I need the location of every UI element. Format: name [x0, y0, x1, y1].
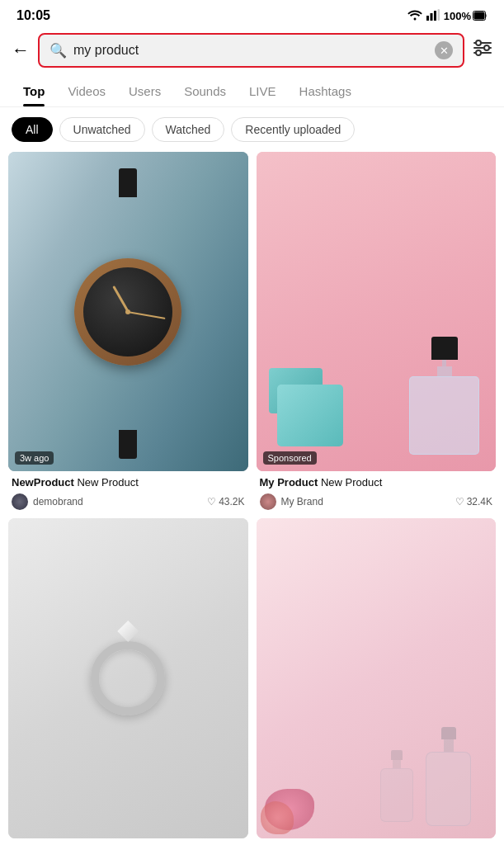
video-card-3[interactable]	[8, 518, 248, 845]
tab-users[interactable]: Users	[117, 76, 172, 106]
video-card-2[interactable]: Sponsored My Product New Product My Bran…	[257, 152, 497, 510]
video-info-1: NewProduct New Product demobrand ♡ 43.2K	[8, 476, 248, 510]
battery-icon: 100%	[444, 10, 488, 22]
status-bar: 10:05 100%	[0, 0, 504, 28]
heart-icon-2: ♡	[455, 496, 464, 507]
video-thumb-3[interactable]	[8, 518, 248, 838]
video-grid: 3w ago NewProduct New Product demobrand …	[0, 152, 504, 845]
svg-point-9	[476, 40, 481, 45]
video-meta-2: My Brand ♡ 32.4K	[260, 493, 493, 510]
filter-button[interactable]	[473, 39, 492, 62]
tabs-row: Top Videos Users Sounds LIVE Hashtags	[0, 76, 504, 107]
video-title-2: My Product New Product	[260, 476, 493, 490]
svg-rect-1	[430, 13, 432, 21]
svg-rect-3	[437, 9, 440, 21]
filter-recently-uploaded[interactable]: Recently uploaded	[231, 117, 355, 142]
video-meta-1: demobrand ♡ 43.2K	[12, 493, 245, 510]
heart-icon-1: ♡	[207, 496, 216, 507]
filter-all[interactable]: All	[12, 117, 53, 142]
channel-name-2: My Brand	[281, 496, 323, 507]
svg-point-10	[484, 45, 489, 50]
pills-row: All Unwatched Watched Recently uploaded	[0, 107, 504, 152]
search-icon: 🔍	[49, 42, 67, 59]
video-card-1[interactable]: 3w ago NewProduct New Product demobrand …	[8, 152, 248, 510]
video-thumb-4[interactable]	[257, 518, 497, 838]
channel-name-1: demobrand	[33, 496, 83, 507]
video-badge-2: Sponsored	[263, 451, 317, 465]
search-bar[interactable]: 🔍 my product ✕	[38, 33, 464, 68]
like-count-1: ♡ 43.2K	[207, 496, 244, 507]
tab-videos[interactable]: Videos	[56, 76, 117, 106]
svg-point-11	[476, 50, 481, 55]
filter-watched[interactable]: Watched	[152, 117, 225, 142]
svg-rect-0	[426, 16, 429, 21]
video-info-2: My Product New Product My Brand ♡ 32.4K	[257, 476, 497, 510]
video-title-1: NewProduct New Product	[12, 476, 245, 490]
search-row: ← 🔍 my product ✕	[0, 28, 504, 76]
avatar-1	[12, 493, 28, 510]
video-thumb-1[interactable]: 3w ago	[8, 152, 248, 471]
video-badge-1: 3w ago	[15, 451, 54, 465]
tab-top[interactable]: Top	[12, 76, 56, 106]
search-query[interactable]: my product	[73, 43, 428, 58]
status-icons: 100%	[407, 9, 488, 23]
svg-rect-5	[474, 12, 485, 20]
wifi-icon	[407, 9, 422, 23]
svg-rect-2	[434, 11, 436, 21]
filter-unwatched[interactable]: Unwatched	[59, 117, 145, 142]
tab-hashtags[interactable]: Hashtags	[288, 76, 363, 106]
video-card-4[interactable]	[257, 518, 497, 845]
status-time: 10:05	[16, 8, 50, 23]
like-count-2: ♡ 32.4K	[455, 496, 492, 507]
back-button[interactable]: ←	[12, 40, 30, 61]
signal-icon	[426, 9, 440, 23]
clear-search-button[interactable]: ✕	[435, 41, 453, 59]
video-thumb-2[interactable]: Sponsored	[257, 152, 497, 471]
avatar-2	[260, 493, 276, 510]
tab-live[interactable]: LIVE	[238, 76, 288, 106]
tab-sounds[interactable]: Sounds	[172, 76, 238, 106]
